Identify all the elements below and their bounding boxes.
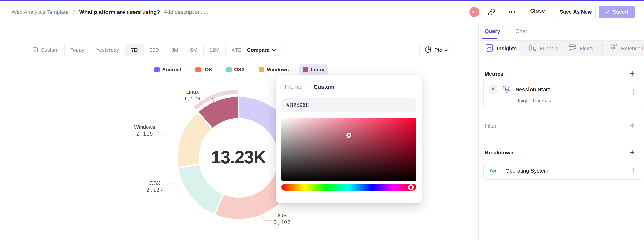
chevron-down-icon bbox=[444, 48, 448, 52]
metric-event-name[interactable]: Session Start bbox=[516, 87, 550, 93]
hex-color-input[interactable] bbox=[282, 98, 416, 112]
breadcrumb-root[interactable]: Web Analytics Template bbox=[12, 9, 68, 16]
breadcrumb-separator: / bbox=[74, 9, 75, 16]
range-6m[interactable]: 6M bbox=[184, 44, 204, 56]
series-letter-badge: A bbox=[489, 85, 497, 94]
range-30d[interactable]: 30D bbox=[144, 44, 166, 56]
donut-total-value: 13.23K bbox=[200, 147, 277, 167]
picker-divider bbox=[282, 95, 416, 95]
legend-label: Linux bbox=[311, 67, 324, 73]
top-bar: Web Analytics Template / What platform a… bbox=[0, 0, 644, 24]
legend-swatch-windows bbox=[259, 67, 264, 72]
insights-icon bbox=[485, 44, 494, 54]
legend-label: Android bbox=[162, 67, 182, 73]
breakdown-card[interactable]: Aa Operating System bbox=[484, 162, 641, 179]
chart-legend: Android iOS OSX Windows Linux bbox=[0, 64, 478, 75]
range-today[interactable]: Today bbox=[65, 44, 90, 56]
slice-name: Linux bbox=[177, 89, 208, 95]
metric-kebab-menu[interactable] bbox=[633, 89, 634, 95]
hue-slider[interactable] bbox=[282, 183, 416, 191]
topbar-divider bbox=[523, 7, 523, 17]
tab-query[interactable]: Query bbox=[484, 28, 500, 34]
color-picker-popover: Theme Custom bbox=[276, 75, 422, 203]
tab-theme[interactable]: Theme bbox=[284, 84, 301, 90]
tab-separator bbox=[602, 43, 603, 54]
range-7d[interactable]: 7D bbox=[125, 44, 144, 56]
saturation-cursor[interactable] bbox=[346, 133, 352, 138]
avatar[interactable]: VS bbox=[469, 7, 479, 17]
query-panel: Query Chart Insights Funnels bbox=[478, 24, 644, 240]
more-options-icon[interactable] bbox=[508, 8, 516, 17]
slice-name: OSX bbox=[140, 180, 170, 187]
slice-value: 2,119 bbox=[129, 131, 160, 137]
legend-item-android[interactable]: Android bbox=[151, 64, 185, 75]
add-description-button[interactable]: + Add description...... bbox=[159, 9, 210, 16]
active-tab-underline bbox=[482, 38, 497, 39]
metric-card[interactable]: A Session Start Unique Users bbox=[484, 80, 641, 107]
legend-swatch-android bbox=[154, 67, 160, 72]
saturation-gradient-area[interactable] bbox=[282, 118, 416, 181]
string-property-icon: Aa bbox=[490, 168, 496, 173]
funnels-icon bbox=[528, 44, 536, 53]
slice-value: 3,402 bbox=[267, 219, 298, 226]
view-tab-insights[interactable]: Insights bbox=[485, 41, 517, 56]
tab-custom[interactable]: Custom bbox=[314, 84, 334, 90]
range-12m[interactable]: 12M bbox=[204, 44, 226, 56]
range-label: XTD bbox=[232, 47, 242, 53]
range-yesterday[interactable]: Yesterday bbox=[90, 44, 125, 56]
legend-item-windows[interactable]: Windows bbox=[256, 64, 292, 75]
saved-label: Saved bbox=[613, 9, 628, 15]
slice-label-ios: iOS 3,402 bbox=[267, 212, 298, 226]
color-picker-tabs: Theme Custom bbox=[284, 84, 334, 90]
view-tab-label: Funnels bbox=[540, 46, 558, 52]
breakdown-kebab-menu[interactable] bbox=[633, 168, 634, 173]
breakdown-property-name[interactable]: Operating System bbox=[505, 168, 548, 174]
tab-separator bbox=[560, 43, 560, 54]
view-tab-retention[interactable]: Retention bbox=[610, 41, 644, 56]
filter-header: Filter bbox=[484, 123, 496, 129]
date-range-group: Custom Today Yesterday 7D 30D 3M 6M 12M … bbox=[26, 44, 253, 56]
page-title[interactable]: What platform are users using? bbox=[79, 9, 160, 16]
slice-name: Windows bbox=[129, 124, 160, 131]
slice-label-windows: Windows 2,119 bbox=[129, 124, 160, 137]
share-link-icon[interactable] bbox=[488, 9, 495, 17]
legend-item-ios[interactable]: iOS bbox=[192, 64, 216, 75]
legend-swatch-ios bbox=[196, 67, 201, 72]
range-custom[interactable]: Custom bbox=[26, 44, 65, 56]
add-metric-button[interactable]: + bbox=[628, 70, 636, 77]
legend-label: OSX bbox=[234, 67, 245, 73]
legend-label: iOS bbox=[203, 67, 212, 73]
legend-item-linux[interactable]: Linux bbox=[300, 64, 328, 75]
slice-label-linux: Linux 1,529 bbox=[177, 89, 208, 102]
save-as-new-button[interactable]: Save As New bbox=[556, 6, 596, 18]
flows-icon bbox=[568, 44, 576, 53]
view-tab-label: Insights bbox=[497, 46, 517, 52]
chevron-down-icon bbox=[272, 48, 276, 52]
legend-swatch-osx bbox=[226, 67, 232, 72]
legend-item-osx[interactable]: OSX bbox=[223, 64, 248, 75]
legend-label: Windows bbox=[267, 67, 289, 73]
top-accent-line bbox=[0, 0, 644, 1]
metrics-header: Metrics bbox=[484, 71, 504, 77]
metric-aggregation-dropdown[interactable]: Unique Users bbox=[516, 98, 551, 104]
view-tab-label: Flows bbox=[580, 46, 593, 52]
slice-value: 1,529 bbox=[177, 95, 208, 102]
legend-swatch-linux bbox=[303, 67, 308, 72]
hue-slider-handle[interactable] bbox=[408, 184, 414, 190]
breakdown-header: Breakdown bbox=[484, 150, 514, 156]
tab-chart[interactable]: Chart bbox=[516, 28, 528, 34]
view-tab-funnels[interactable]: Funnels bbox=[528, 41, 558, 56]
chart-type-button[interactable]: Pie bbox=[419, 44, 453, 56]
chart-type-label: Pie bbox=[434, 47, 442, 53]
close-button[interactable]: Close bbox=[530, 8, 545, 14]
range-3m[interactable]: 3M bbox=[165, 44, 184, 56]
view-tab-flows[interactable]: Flows bbox=[568, 41, 593, 56]
panel-tabs: Query Chart bbox=[484, 28, 528, 34]
compare-button[interactable]: Compare bbox=[241, 44, 282, 56]
add-breakdown-button[interactable]: + bbox=[628, 148, 636, 156]
slice-value: 2,127 bbox=[140, 187, 170, 193]
add-filter-button[interactable]: + bbox=[628, 122, 636, 129]
chevron-down-icon bbox=[548, 99, 552, 102]
saved-button[interactable]: ✓ Saved bbox=[598, 6, 635, 18]
compare-label: Compare bbox=[247, 47, 270, 53]
